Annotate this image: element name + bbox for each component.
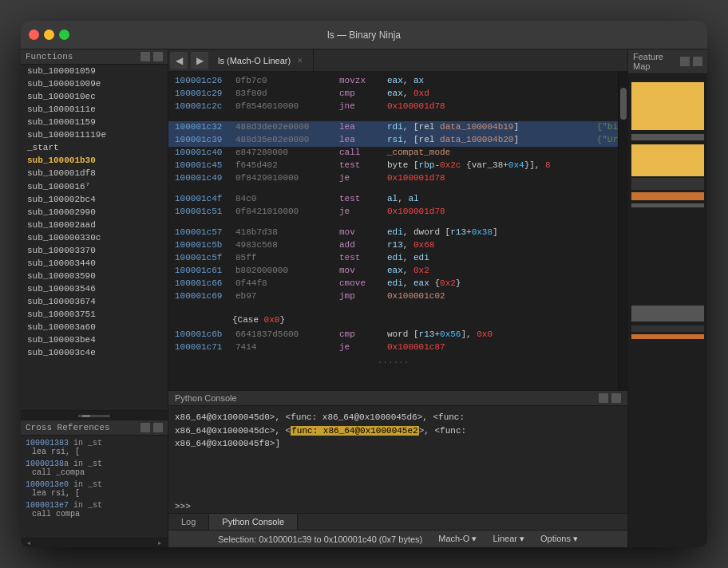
- window-title: ls — Binary Ninja: [327, 30, 401, 41]
- disasm-row-14[interactable]: 100001c66 0f44f8 cmove edi, eax {0x2}: [168, 278, 618, 290]
- fmap-icon-2[interactable]: [693, 57, 702, 66]
- xref-icon-2[interactable]: [153, 423, 163, 432]
- arch-status[interactable]: Mach-O ▾: [438, 534, 477, 544]
- xref-scroll-left-icon[interactable]: [24, 541, 34, 546]
- comment-4: {"Ur: [597, 135, 618, 144]
- cross-references-label: Cross References: [26, 423, 110, 432]
- functions-scrollbar[interactable]: [21, 410, 168, 420]
- tab-close-icon[interactable]: ✕: [295, 56, 305, 65]
- disasm-row-5[interactable]: 100001c40 e847280000 call _compat_mode: [168, 147, 618, 160]
- disasm-row-10[interactable]: 100001c57 418b7d38 mov edi, dword [r13+0…: [168, 227, 618, 239]
- xref-item-0[interactable]: 100001383 in _st lea rsi, [: [21, 437, 168, 458]
- disasm-row-6[interactable]: 100001c45 f645d402 test byte [rbp-0x2c {…: [168, 160, 618, 172]
- sidebar-item-16[interactable]: sub_100003590: [21, 270, 168, 282]
- sidebar-item-9[interactable]: sub_1000016⁷: [21, 179, 168, 193]
- disasm-row-17[interactable]: 100001c71 7414 je 0x100001c87: [168, 341, 618, 354]
- tab-ls-linear[interactable]: ls (Mach-O Linear) ✕: [210, 49, 314, 71]
- disasm-row-3[interactable]: 100001c32 488d3de02e0000 lea rdi, [rel d…: [168, 121, 618, 134]
- mnem-16: cmp: [336, 329, 384, 339]
- sidebar-item-17[interactable]: sub_100003546: [21, 282, 168, 295]
- disasm-row-1[interactable]: 100001c29 83f80d cmp eax, 0xd: [168, 88, 618, 101]
- sidebar-item-22[interactable]: sub_100003c4e: [21, 346, 168, 359]
- sidebar-item-20[interactable]: sub_100003a60: [21, 321, 168, 333]
- status-bar: Selection: 0x100001c39 to 0x100001c40 (0…: [168, 530, 627, 547]
- mnem-14: cmove: [336, 278, 384, 288]
- options-status[interactable]: Options ▾: [540, 534, 578, 544]
- selection-status: Selection: 0x100001c39 to 0x100001c40 (0…: [218, 534, 422, 544]
- functions-header: Functions: [21, 49, 168, 65]
- svg-rect-1: [82, 415, 90, 417]
- addr-10: 100001c57: [168, 227, 232, 237]
- mnem-9: je: [336, 207, 384, 216]
- sidebar-item-0[interactable]: sub_100001059: [21, 65, 168, 77]
- disasm-row-9[interactable]: 100001c51 0f8421010000 je 0x100001d78: [168, 206, 618, 219]
- scroll-thumb[interactable]: [620, 88, 627, 120]
- disasm-row-8[interactable]: 100001c4f 84c0 test al, al: [168, 193, 618, 206]
- addr-9: 100001c51: [168, 207, 232, 216]
- xref-item-1[interactable]: 10000138a in _st call _compa: [21, 458, 168, 479]
- sidebar-item-6[interactable]: _start: [21, 141, 168, 154]
- maximize-button[interactable]: [59, 30, 69, 40]
- disasm-row-16[interactable]: 100001c6b 6641837d5600 cmp word [r13+0x5…: [168, 329, 618, 341]
- console-icon-1[interactable]: [599, 393, 608, 403]
- xref-scrollbar[interactable]: [21, 538, 168, 547]
- sidebar-item-14[interactable]: sub_100003370: [21, 244, 168, 257]
- disasm-scrollbar[interactable]: [618, 72, 627, 390]
- sidebar-item-3[interactable]: sub_10000111e: [21, 103, 168, 116]
- xref-icon-1[interactable]: [140, 423, 150, 432]
- disasm-row-2[interactable]: 100001c2c 0f8546010000 jne 0x100001d78: [168, 101, 618, 113]
- bytes-8: 84c0: [232, 194, 336, 203]
- addr-14: 100001c66: [168, 278, 232, 288]
- svg-marker-3: [158, 542, 161, 545]
- disasm-row-12[interactable]: 100001c5f 85ff test edi, edi: [168, 252, 618, 265]
- mnem-10: mov: [336, 227, 384, 237]
- sidebar-item-11[interactable]: sub_100002990: [21, 206, 168, 219]
- xref-item-3[interactable]: 1000013e7 in _st call compa: [21, 499, 168, 520]
- sidebar-item-8[interactable]: sub_100001df8: [21, 167, 168, 179]
- disasm-row-15[interactable]: 100001c69 eb97 jmp 0x100001c02: [168, 290, 618, 303]
- case-label-row: {Case 0x0}: [168, 311, 618, 329]
- disasm-row-0[interactable]: 100001c26 0fb7c0 movzx eax, ax: [168, 75, 618, 88]
- fmap-icon-1[interactable]: [680, 57, 690, 66]
- minimize-button[interactable]: [44, 30, 54, 40]
- sidebar-item-4[interactable]: sub_100001159: [21, 116, 168, 128]
- functions-icon-2[interactable]: [153, 52, 163, 61]
- sidebar-item-5[interactable]: sub_1000011119e: [21, 128, 168, 141]
- tab-next-button[interactable]: ▶: [191, 52, 208, 69]
- disasm-row-11[interactable]: 100001c5b 4983c568 add r13, 0x68: [168, 239, 618, 252]
- sidebar-item-21[interactable]: sub_100003be4: [21, 333, 168, 346]
- disasm-scroll[interactable]: 100001c26 0fb7c0 movzx eax, ax 100001c29…: [168, 72, 618, 390]
- ops-11: r13, 0x68: [384, 240, 618, 250]
- close-button[interactable]: [29, 30, 39, 40]
- bytes-1: 83f80d: [232, 89, 336, 98]
- python-console-tab[interactable]: Python Console: [209, 514, 298, 530]
- fmap-block-1: [631, 134, 704, 140]
- xref-item-2[interactable]: 1000013e0 in _st lea rsi, [: [21, 479, 168, 499]
- addr-17: 100001c71: [168, 342, 232, 352]
- log-tab[interactable]: Log: [168, 514, 209, 530]
- bytes-10: 418b7d38: [232, 227, 336, 237]
- tab-prev-button[interactable]: ◀: [170, 52, 188, 69]
- disasm-row-13[interactable]: 100001c61 b802000000 mov eax, 0x2: [168, 265, 618, 278]
- disasm-row-4[interactable]: 100001c39 488d35e02e0000 lea rsi, [rel d…: [168, 134, 618, 147]
- functions-section: Functions sub_100001059 sub_100001009e s…: [21, 49, 168, 420]
- sidebar-item-13[interactable]: sub_100000330c: [21, 231, 168, 244]
- main-area: Functions sub_100001059 sub_100001009e s…: [21, 49, 707, 547]
- sidebar-item-19[interactable]: sub_100003751: [21, 308, 168, 321]
- addr-6: 100001c45: [168, 160, 232, 170]
- disasm-row-7[interactable]: 100001c49 0f8429010000 je 0x100001d78: [168, 172, 618, 185]
- feature-map-header: Feature Map: [628, 49, 707, 74]
- sidebar-item-2[interactable]: sub_1000010ec: [21, 90, 168, 103]
- sidebar-item-1[interactable]: sub_100001009e: [21, 77, 168, 90]
- sidebar-item-7[interactable]: sub_100001b30: [21, 154, 168, 167]
- view-status[interactable]: Linear ▾: [493, 534, 524, 544]
- functions-icon-1[interactable]: [140, 52, 150, 61]
- console-icon-2[interactable]: [611, 393, 621, 403]
- ops-1: eax, 0xd: [384, 89, 618, 98]
- sidebar-item-12[interactable]: sub_100002aad: [21, 219, 168, 231]
- sidebar-item-18[interactable]: sub_100003674: [21, 295, 168, 308]
- sidebar-item-15[interactable]: sub_100003440: [21, 257, 168, 270]
- xref-scroll-right-icon[interactable]: [155, 541, 164, 546]
- sidebar-item-10[interactable]: sub_100002bc4: [21, 193, 168, 206]
- addr-13: 100001c61: [168, 266, 232, 275]
